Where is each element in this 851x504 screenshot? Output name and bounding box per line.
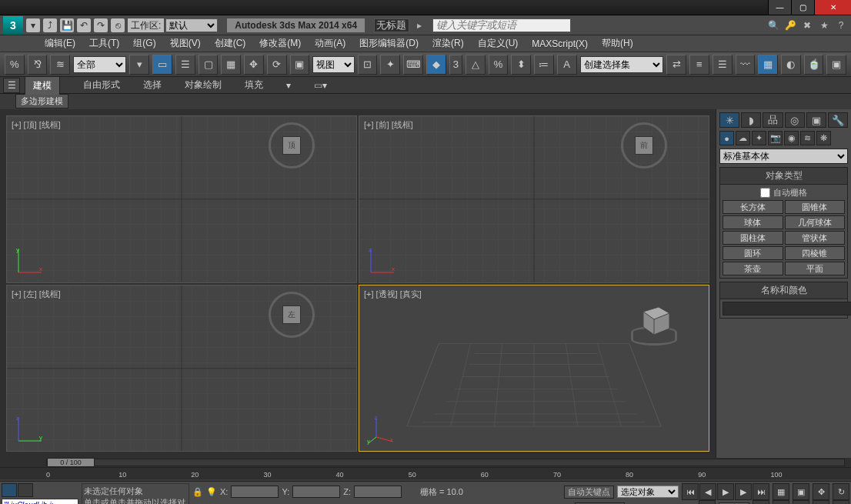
create-tab-icon[interactable]: ✳ (719, 112, 739, 128)
systems-icon[interactable]: ❋ (816, 131, 831, 145)
align-icon[interactable]: ≡ (689, 55, 709, 75)
tab-objectpaint[interactable]: 对象绘制 (185, 78, 222, 92)
signin-icon[interactable]: 🔑 (783, 18, 797, 32)
close-button[interactable]: ✕ (814, 0, 851, 15)
coord-z[interactable] (354, 486, 402, 498)
coord-x[interactable] (231, 486, 279, 498)
search-input[interactable] (432, 18, 571, 32)
ribbon-dropdown-icon[interactable]: ▾ (286, 80, 291, 91)
play-icon[interactable]: ▶ (717, 483, 734, 500)
select-button[interactable]: ▭ (152, 55, 172, 75)
workspace-select[interactable]: 默认 (165, 18, 218, 32)
menu-create[interactable]: 创建(C) (215, 37, 246, 50)
goto-end-icon[interactable]: ⏭ (753, 483, 769, 500)
torus-button[interactable]: 圆环 (723, 246, 783, 260)
lights-icon[interactable]: ✦ (752, 131, 766, 145)
unlink-icon[interactable]: ⅋ (28, 55, 48, 75)
utilities-tab-icon[interactable]: 🔧 (828, 112, 848, 128)
schematic-icon[interactable]: ▦ (758, 55, 778, 75)
menu-edit[interactable]: 编辑(E) (45, 37, 75, 50)
viewcube[interactable]: 左 (269, 292, 315, 338)
window-crossing-icon[interactable]: ▦ (221, 55, 241, 75)
viewport-top[interactable]: [+] [顶] [线框] 顶 xy (6, 115, 357, 283)
qa-undo-icon[interactable]: ↶ (77, 18, 91, 32)
time-slider[interactable]: 0 / 100 (0, 458, 851, 467)
tab-modeling[interactable]: 建模 (25, 76, 60, 95)
help-icon[interactable]: ? (834, 18, 848, 32)
nav-group3-icon[interactable]: ✥ (813, 483, 829, 500)
selection-scope-select[interactable]: 全部 (73, 56, 126, 73)
menu-customize[interactable]: 自定义(U) (478, 37, 519, 50)
prev-frame-icon[interactable]: ◀ (699, 483, 716, 500)
nav-group2-icon[interactable]: ▣ (793, 483, 809, 500)
sphere-button[interactable]: 球体 (723, 215, 783, 229)
pivot-icon[interactable]: ⊡ (358, 55, 378, 75)
refcoord-select[interactable]: 视图 (312, 56, 354, 73)
curve-editor-icon[interactable]: 〰 (736, 55, 756, 75)
viewport-front[interactable]: [+] [前] [线框] 前 xz (359, 115, 709, 283)
menu-view[interactable]: 视图(V) (170, 37, 201, 50)
time-config-icon[interactable]: ⏲ (753, 500, 769, 504)
next-frame-icon[interactable]: ▶ (735, 483, 752, 500)
plane-button[interactable]: 平面 (785, 262, 846, 275)
selectionset-select[interactable]: 创建选择集 (580, 56, 664, 73)
move-icon[interactable]: ✥ (244, 55, 264, 75)
percent-snap-icon[interactable]: % (489, 55, 509, 75)
isolate-icon[interactable]: 💡 (206, 487, 217, 497)
qa-open-icon[interactable]: ⤴ (43, 18, 57, 32)
favorite-icon[interactable]: ★ (817, 18, 831, 32)
rotate-icon[interactable]: ⟳ (267, 55, 287, 75)
object-name-input[interactable] (723, 302, 851, 315)
cameras-icon[interactable]: 📷 (768, 131, 783, 145)
tab-freeform[interactable]: 自由形式 (83, 78, 120, 92)
viewcube[interactable]: 前 (621, 122, 667, 169)
goto-start-icon[interactable]: ⏮ (682, 483, 699, 500)
cylinder-button[interactable]: 圆柱体 (723, 231, 783, 245)
autogrid-checkbox[interactable]: 自动栅格 (723, 187, 845, 199)
ribbon-config-icon[interactable]: ▭▾ (314, 80, 327, 91)
menu-maxscript[interactable]: MAXScript(X) (532, 38, 588, 49)
qa-new-icon[interactable]: ▾ (26, 18, 40, 32)
snap3-icon[interactable]: 3 (449, 55, 462, 75)
spinner-snap-icon[interactable]: ⬍ (511, 55, 531, 75)
select-name-icon[interactable]: ☰ (175, 55, 195, 75)
viewport-label[interactable]: [+] [顶] [线框] (12, 119, 61, 131)
menu-rendering[interactable]: 渲染(R) (432, 37, 464, 50)
teapot-button[interactable]: 茶壶 (723, 262, 783, 275)
qa-redo-icon[interactable]: ↷ (94, 18, 108, 32)
polymodeling-label[interactable]: 多边形建模 (15, 94, 68, 108)
tab-populate[interactable]: 填充 (245, 78, 263, 92)
display-tab-icon[interactable]: ▣ (806, 112, 826, 128)
link-icon[interactable]: % (5, 55, 25, 75)
maxscript-listener[interactable]: "LiuCloudLib i: (2, 499, 78, 504)
layers-icon[interactable]: ☰ (713, 55, 733, 75)
spacewarps-icon[interactable]: ≋ (800, 131, 815, 145)
snap-toggle[interactable]: ◆ (426, 55, 446, 75)
mirror-icon[interactable]: ⇄ (666, 55, 686, 75)
key-step-icon[interactable]: ⊕ (699, 500, 716, 504)
motion-tab-icon[interactable]: ◎ (785, 112, 805, 128)
viewport-perspective[interactable]: [+] [透视] [真实] xyz (359, 285, 709, 452)
qa-link-icon[interactable]: ⎋ (111, 18, 125, 32)
modify-tab-icon[interactable]: ◗ (741, 112, 761, 128)
zoom-icon[interactable]: 🔍 (793, 500, 809, 504)
menu-help[interactable]: 帮助(H) (602, 37, 633, 50)
tube-button[interactable]: 管状体 (785, 231, 846, 245)
geosphere-button[interactable]: 几何球体 (785, 215, 846, 229)
maximize-viewport-icon[interactable]: ⤢ (833, 500, 849, 504)
menu-animation[interactable]: 动画(A) (315, 37, 345, 50)
menu-tools[interactable]: 工具(T) (89, 37, 119, 50)
material-editor-icon[interactable]: ◐ (781, 55, 801, 75)
menu-modifiers[interactable]: 修改器(M) (259, 37, 301, 50)
pan-icon[interactable]: ⊕ (773, 500, 789, 504)
autokey-button[interactable]: 自动关键点 (564, 486, 614, 499)
nav-group4-icon[interactable]: ↻ (833, 483, 849, 500)
abc-icon[interactable]: A (557, 55, 577, 75)
scale-icon[interactable]: ▣ (290, 55, 310, 75)
ribbon-toggle-icon[interactable]: ☰ (3, 78, 20, 93)
lock-icon[interactable]: 🔒 (192, 487, 203, 497)
category-select[interactable]: 标准基本体 (719, 149, 848, 164)
helpers-icon[interactable]: ◉ (784, 131, 799, 145)
nav-group1-icon[interactable]: ▦ (773, 483, 789, 500)
viewport-label[interactable]: [+] [前] [线框] (364, 119, 413, 131)
